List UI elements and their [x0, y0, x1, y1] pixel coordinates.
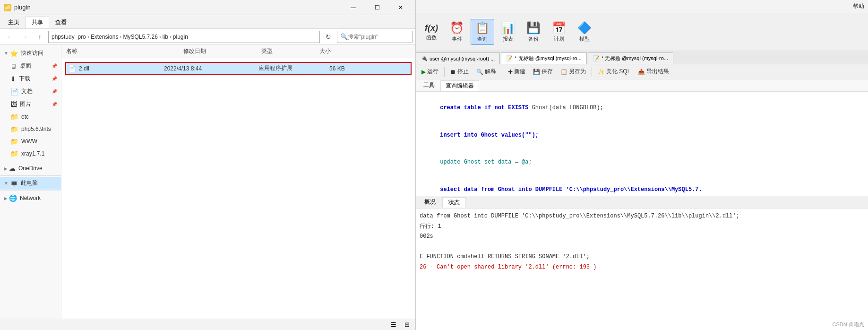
- sidebar: ▼ ⭐ 快速访问 🖥 桌面 📌 ⬇ 下载 📌 📄 文档 📌 🖼 图片: [0, 45, 61, 319]
- file-date: 2022/4/13 8:44: [164, 65, 258, 72]
- tab-share[interactable]: 共享: [26, 16, 49, 28]
- list-view-button[interactable]: ☰: [389, 320, 398, 330]
- col-header-date[interactable]: 修改日期: [183, 47, 261, 55]
- sub-tab-tools[interactable]: 工具: [419, 80, 439, 90]
- breadcrumb-item-1[interactable]: phpstudy_pro: [52, 34, 86, 40]
- run-icon: ▶: [421, 69, 426, 75]
- close-button[interactable]: ✕: [390, 0, 412, 15]
- db-tab-1[interactable]: 🔌 user @mysql (mysql-root) ...: [416, 52, 500, 64]
- help-button[interactable]: 帮助: [853, 2, 864, 10]
- query-icon: 📋: [475, 21, 490, 35]
- col-header-name[interactable]: 名称: [66, 47, 183, 55]
- sidebar-item-php[interactable]: 📁 php5.6.9nts: [0, 123, 61, 135]
- export-button[interactable]: 📤 导出结果: [635, 66, 672, 77]
- sidebar-item-desktop[interactable]: 🖥 桌面 📌: [0, 60, 61, 72]
- sidebar-item-downloads[interactable]: ⬇ 下载 📌: [0, 72, 61, 85]
- maximize-button[interactable]: ☐: [366, 0, 388, 15]
- toolbar-sep-2: [502, 67, 502, 77]
- sidebar-item-etc[interactable]: 📁 etc: [0, 111, 61, 123]
- bottom-line-4: [420, 242, 864, 252]
- sidebar-item-xray[interactable]: 📁 xray1.7.1: [0, 148, 61, 160]
- bottom-line-1: data from Ghost into DUMPFILE 'C:\\phpst…: [420, 211, 864, 222]
- toolbar-sep-1: [444, 67, 445, 77]
- save-icon: 💾: [533, 69, 540, 75]
- sub-tab-editor[interactable]: 查询编辑器: [440, 80, 479, 91]
- export-icon: 📤: [638, 69, 645, 75]
- save-as-button[interactable]: 📋 另存为: [558, 66, 589, 77]
- grid-view-button[interactable]: ⊞: [402, 320, 412, 330]
- sidebar-divider-2: [0, 175, 61, 176]
- event-icon: ⏰: [450, 21, 464, 35]
- address-bar: ← → ↑ phpstudy_pro › Extensions › MySQL5…: [0, 29, 415, 45]
- back-button[interactable]: ←: [3, 30, 16, 43]
- tool-backup-btn[interactable]: 💾 备份: [522, 19, 545, 44]
- minimize-button[interactable]: —: [343, 0, 364, 15]
- bottom-tab-status[interactable]: 状态: [442, 197, 466, 208]
- sidebar-item-onedrive[interactable]: ▶ ☁ OneDrive: [0, 162, 61, 174]
- code-editor[interactable]: create table if not EXISTS Ghost(data LO…: [416, 92, 868, 196]
- save-as-icon: 📋: [560, 69, 567, 75]
- sub-tabs: 工具 查询编辑器: [416, 79, 868, 92]
- sidebar-item-documents[interactable]: 📄 文档 📌: [0, 85, 61, 98]
- bottom-line-3: 002s: [420, 232, 864, 242]
- file-type: 应用程序扩展: [258, 64, 329, 72]
- mysql-panel: 帮助 f(x) 函数 ⏰ 事件 📋 查询 📊 报表 💾 备份 📅 计划 🔷: [416, 0, 868, 330]
- tab-home[interactable]: 主页: [2, 16, 26, 28]
- breadcrumb-item-5[interactable]: plugin: [173, 34, 188, 40]
- run-button[interactable]: ▶ 运行: [419, 66, 441, 77]
- tool-model-btn[interactable]: 🔷 模型: [573, 19, 596, 44]
- db-tab-icon-2: 📝: [506, 55, 513, 61]
- breadcrumb-item-2[interactable]: Extensions: [91, 34, 119, 40]
- sidebar-item-quick-access[interactable]: ▼ ⭐ 快速访问: [0, 47, 61, 60]
- tool-report-btn[interactable]: 📊 报表: [496, 19, 520, 44]
- db-tab-icon-3: 📝: [593, 55, 600, 61]
- model-icon: 🔷: [577, 21, 592, 35]
- ribbon: 主页 共享 查看: [0, 15, 415, 29]
- bottom-line-5: E FUNCTION cmdshell RETURNS STRING SONAM…: [420, 252, 864, 262]
- search-icon: 🔍: [340, 33, 348, 40]
- refresh-button[interactable]: ↻: [322, 30, 335, 43]
- beautify-icon: ✨: [598, 69, 605, 75]
- file-explorer: 📁 plugin — ☐ ✕ 主页 共享 查看 ← → ↑ phpstudy_p…: [0, 0, 416, 330]
- stop-button[interactable]: ⏹ 停止: [447, 66, 472, 77]
- file-size: 56 KB: [329, 65, 377, 72]
- db-tab-3[interactable]: 📝 * 无标题 @mysql (mysql-ro...: [588, 52, 673, 64]
- tool-event-btn[interactable]: ⏰ 事件: [445, 19, 469, 44]
- report-icon: 📊: [501, 21, 515, 35]
- bottom-tab-overview[interactable]: 概况: [419, 197, 441, 207]
- file-list: 📄 2.dll 2022/4/13 8:44 应用程序扩展 56 KB: [61, 58, 415, 319]
- forward-button[interactable]: →: [18, 30, 31, 43]
- tool-schedule-btn[interactable]: 📅 计划: [547, 19, 571, 44]
- explain-button[interactable]: 🔍 解释: [473, 66, 499, 77]
- tab-view[interactable]: 查看: [49, 16, 73, 28]
- sidebar-item-network[interactable]: ▶ 🌐 Network: [0, 192, 61, 204]
- main-content: ▼ ⭐ 快速访问 🖥 桌面 📌 ⬇ 下载 📌 📄 文档 📌 🖼 图片: [0, 45, 415, 319]
- sidebar-item-this-pc[interactable]: ▼ 💻 此电脑: [0, 177, 61, 190]
- breadcrumb[interactable]: phpstudy_pro › Extensions › MySQL5.7.26 …: [48, 31, 320, 43]
- breadcrumb-item-4[interactable]: lib: [163, 34, 168, 40]
- bottom-content: data from Ghost into DUMPFILE 'C:\\phpst…: [416, 208, 868, 290]
- code-line-3: update Ghost set data = @a;: [420, 149, 864, 176]
- file-type-icon: 📄: [68, 65, 76, 72]
- up-button[interactable]: ↑: [33, 30, 46, 43]
- breadcrumb-item-3[interactable]: MySQL5.7.26: [123, 34, 157, 40]
- db-tab-2[interactable]: 📝 * 无标题 @mysql (mysql-ro...: [501, 52, 586, 64]
- column-headers: 名称 修改日期 类型 大小: [61, 45, 415, 58]
- new-icon: ✚: [508, 69, 513, 75]
- tool-function-btn[interactable]: f(x) 函数: [420, 21, 443, 43]
- file-name: 2.dll: [79, 65, 164, 72]
- search-input[interactable]: [348, 34, 419, 40]
- sidebar-item-pictures[interactable]: 🖼 图片 📌: [0, 98, 61, 111]
- table-row[interactable]: 📄 2.dll 2022/4/13 8:44 应用程序扩展 56 KB: [65, 62, 412, 75]
- search-box: 🔍: [337, 31, 413, 43]
- col-header-size[interactable]: 大小: [319, 47, 359, 55]
- save-button[interactable]: 💾 保存: [530, 66, 556, 77]
- sidebar-item-www[interactable]: 📁 WWW: [0, 135, 61, 148]
- db-tab-icon-1: 🔌: [421, 55, 428, 61]
- tool-query-btn[interactable]: 📋 查询: [471, 19, 494, 45]
- beautify-button[interactable]: ✨ 美化 SQL: [595, 66, 633, 77]
- new-button[interactable]: ✚ 新建: [505, 66, 528, 77]
- status-bar: ☰ ⊞: [0, 319, 415, 330]
- help-bar: 帮助: [416, 0, 868, 13]
- col-header-type[interactable]: 类型: [261, 47, 320, 55]
